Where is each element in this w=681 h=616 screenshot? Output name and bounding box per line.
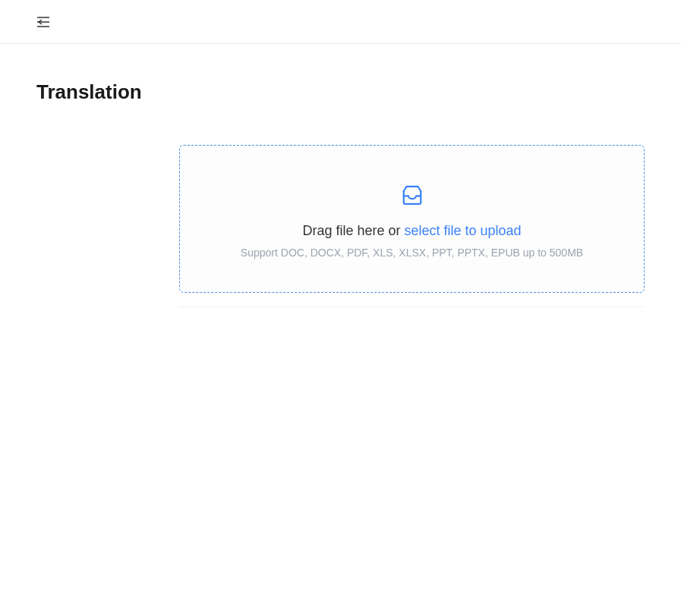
dropzone-text: Drag file here or select file to upload (195, 223, 629, 239)
drag-text: Drag file here or (302, 223, 404, 238)
page-title: Translation (36, 80, 645, 104)
header-bar (0, 0, 681, 44)
menu-collapse-icon (37, 17, 49, 27)
file-dropzone[interactable]: Drag file here or select file to upload … (179, 145, 645, 293)
menu-toggle-button[interactable] (36, 15, 50, 29)
inbox-icon (401, 184, 424, 206)
main-content: Translation Drag file here or select fil… (0, 44, 681, 307)
select-file-link[interactable]: select file to upload (404, 223, 521, 238)
upload-card: Drag file here or select file to upload … (179, 145, 645, 307)
dropzone-hint: Support DOC, DOCX, PDF, XLS, XLSX, PPT, … (195, 247, 629, 259)
